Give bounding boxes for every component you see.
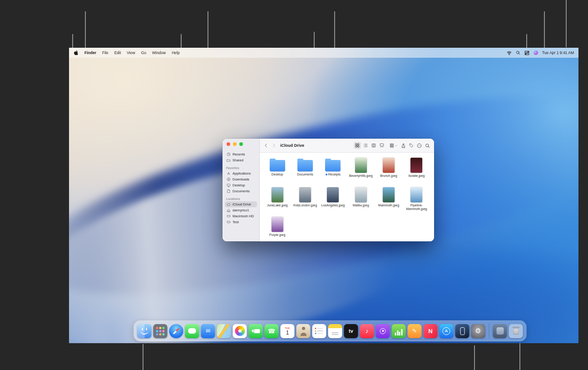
- dock-icon-notes[interactable]: [328, 324, 342, 338]
- view-icons-button[interactable]: [354, 142, 361, 149]
- dock-icon-app-store[interactable]: A: [440, 324, 454, 338]
- dock-icon-pages[interactable]: ✎: [408, 324, 422, 338]
- file-name: Brunch.jpeg: [380, 174, 397, 178]
- sidebar-item-documents[interactable]: Documents: [225, 188, 257, 194]
- file-name: KidsLondon.jpeg: [293, 204, 317, 207]
- sidebar-item-label: Shared: [232, 158, 243, 162]
- file-documents[interactable]: Documents: [291, 156, 319, 185]
- dock: ✉☎TUE1tv♪✎NA⚙: [134, 320, 527, 341]
- spotlight-icon[interactable]: [516, 50, 520, 55]
- file-junelake-jpeg[interactable]: JuneLake.jpeg: [263, 186, 291, 214]
- sidebar-item-label: Applications: [232, 171, 251, 175]
- clock-icon: [227, 152, 231, 156]
- mac-desktop: FinderFileEditViewGoWindowHelp Tue Apr 1…: [69, 48, 578, 343]
- window-controls: [227, 142, 243, 146]
- sidebar-item-recents[interactable]: Recents: [225, 151, 257, 157]
- hdd-icon: [227, 220, 231, 224]
- file-losangeles-jpeg[interactable]: LosAngeles.jpeg: [319, 186, 347, 214]
- sidebar-item-macintosh-hd[interactable]: Macintosh HD: [225, 213, 257, 219]
- file-name: Mammoth.jpeg: [378, 204, 399, 207]
- dock-icon-trash[interactable]: [509, 324, 523, 338]
- menu-file[interactable]: File: [102, 50, 109, 55]
- finder-sidebar: RecentsSharedFavoritesApplicationsDownlo…: [222, 139, 260, 241]
- image-thumbnail: [410, 158, 422, 173]
- control-center-icon[interactable]: [524, 50, 529, 55]
- view-list-button[interactable]: [362, 142, 369, 149]
- zoom-button[interactable]: [239, 142, 243, 146]
- minimize-button[interactable]: [233, 142, 237, 146]
- file-receipts[interactable]: Receipts: [319, 156, 347, 185]
- dock-icon-news[interactable]: N: [424, 324, 438, 338]
- dock-icon-messages[interactable]: [185, 324, 199, 338]
- dock-icon-photos[interactable]: [233, 324, 247, 338]
- dock-icon-mail[interactable]: ✉: [201, 324, 215, 338]
- menu-go[interactable]: Go: [141, 50, 146, 55]
- image-thumbnail: [299, 187, 311, 202]
- group-by-button[interactable]: [390, 143, 398, 148]
- search-button[interactable]: [425, 143, 430, 148]
- file-name: Documents: [297, 173, 313, 176]
- dock-icon-music[interactable]: ♪: [360, 324, 374, 338]
- sidebar-item-dannyrico1[interactable]: dannyrico1: [225, 207, 257, 213]
- menu-view[interactable]: View: [127, 50, 135, 55]
- view-switcher: [354, 142, 385, 149]
- dock-icon-system-settings[interactable]: ⚙: [471, 324, 485, 338]
- file-brunch-jpeg[interactable]: Brunch.jpeg: [375, 156, 402, 185]
- tags-button[interactable]: [409, 143, 414, 148]
- sidebar-item-downloads[interactable]: Downloads: [225, 176, 257, 182]
- dock-icon-reminders[interactable]: [312, 324, 326, 338]
- view-gallery-button[interactable]: [378, 142, 385, 149]
- sidebar-item-label: Documents: [232, 189, 250, 193]
- file-malibu-jpeg[interactable]: Malibu.jpeg: [347, 186, 375, 214]
- dock-icon-maps[interactable]: [217, 324, 231, 338]
- file-kidslondon-jpeg[interactable]: KidsLondon.jpeg: [291, 186, 319, 214]
- wifi-icon[interactable]: [507, 50, 512, 55]
- callout-line: [143, 344, 143, 370]
- sidebar-item-label: dannyrico1: [232, 208, 249, 212]
- dock-icon-launchpad[interactable]: [153, 324, 168, 338]
- image-thumbnail: [355, 158, 367, 173]
- icloud-status-dot: [326, 174, 327, 175]
- file-isolate-jpeg[interactable]: Isolate.jpeg: [403, 156, 430, 185]
- dock-icon-downloads[interactable]: [493, 324, 507, 338]
- sidebar-item-test[interactable]: Test: [225, 219, 257, 225]
- file-desktop[interactable]: Desktop: [263, 156, 291, 185]
- image-thumbnail: [272, 187, 283, 202]
- file-purple-jpeg[interactable]: Purple.jpeg: [263, 215, 291, 241]
- siri-icon[interactable]: [534, 50, 538, 55]
- sidebar-item-icloud-drive[interactable]: iCloud Drive: [225, 201, 257, 207]
- sidebar-item-applications[interactable]: Applications: [225, 170, 257, 176]
- forward-button[interactable]: [272, 143, 276, 148]
- file-mammoth-jpeg[interactable]: Mammoth.jpeg: [375, 186, 402, 214]
- menu-window[interactable]: Window: [152, 50, 166, 55]
- dock-icon-calendar[interactable]: TUE1: [281, 324, 295, 338]
- image-thumbnail: [383, 187, 395, 202]
- share-button[interactable]: [401, 143, 406, 148]
- sidebar-item-shared[interactable]: Shared: [225, 157, 257, 163]
- dock-icon-finder[interactable]: [138, 324, 152, 338]
- file-pipeline-mammoth-jpeg[interactable]: Pipeline-Mammoth.jpeg: [403, 186, 430, 214]
- view-columns-button[interactable]: [370, 142, 377, 149]
- close-button[interactable]: [227, 142, 230, 146]
- apple-menu-icon[interactable]: [74, 50, 79, 55]
- dock-icon-tv[interactable]: tv: [344, 324, 358, 338]
- file-beverlyhills-jpeg[interactable]: BeverlyHills.jpeg: [347, 156, 375, 185]
- dock-icon-iphone-mirroring[interactable]: [455, 324, 469, 338]
- image-thumbnail: [383, 158, 395, 173]
- menu-edit[interactable]: Edit: [114, 50, 121, 55]
- sidebar-item-desktop[interactable]: Desktop: [225, 182, 257, 188]
- more-actions-button[interactable]: [417, 143, 422, 148]
- sidebar-item-label: Recents: [232, 152, 245, 156]
- file-name: BeverlyHills.jpeg: [349, 174, 373, 178]
- dock-icon-facetime[interactable]: [249, 324, 263, 338]
- file-name: JuneLake.jpeg: [267, 204, 288, 207]
- dock-icon-safari[interactable]: [169, 324, 183, 338]
- dock-icon-contacts[interactable]: [296, 324, 311, 338]
- dock-icon-podcasts[interactable]: [376, 324, 390, 338]
- menu-bar-clock[interactable]: Tue Apr 1 9:41 AM: [542, 50, 574, 55]
- back-button[interactable]: [264, 143, 268, 148]
- dock-icon-numbers[interactable]: [392, 324, 406, 338]
- menu-help[interactable]: Help: [172, 50, 179, 55]
- dock-icon-phone[interactable]: ☎: [265, 324, 279, 338]
- menu-finder[interactable]: Finder: [84, 50, 96, 55]
